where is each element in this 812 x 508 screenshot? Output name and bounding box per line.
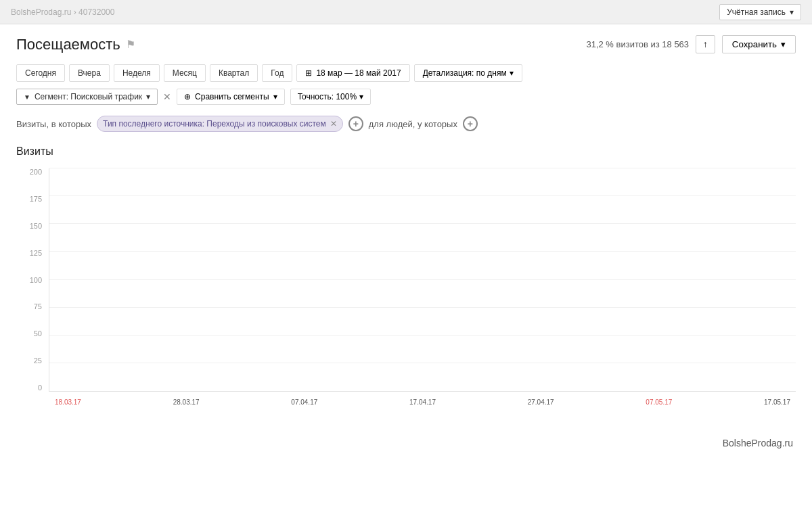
filter-tag-close[interactable]: ✕ [330, 119, 337, 129]
filter-prefix-label: Визиты, в которых [16, 119, 91, 129]
accuracy-button[interactable]: Точность: 100% ▾ [290, 89, 371, 105]
period-today[interactable]: Сегодня [16, 64, 65, 82]
save-label: Сохранить [732, 39, 777, 49]
compare-icon: ⊕ [184, 92, 191, 101]
detail-drop-icon: ▾ [510, 68, 514, 78]
filter-mid-label: для людей, у которых [369, 119, 457, 129]
x-axis-label: 18.03.17 [55, 398, 81, 406]
y-axis-label: 200 [16, 168, 46, 176]
save-button[interactable]: Сохранить ▾ [722, 35, 796, 53]
y-axis-label: 175 [16, 195, 46, 203]
y-axis-label: 50 [16, 330, 46, 338]
filter-row: Визиты, в которых Тип последнего источни… [16, 116, 796, 132]
breadcrumb-text: BolsheProdag.ru › 40732000 [11, 7, 114, 17]
add-filter-button[interactable]: + [348, 116, 363, 131]
y-axis-label: 125 [16, 250, 46, 257]
period-year[interactable]: Год [262, 64, 292, 82]
visits-summary: 31,2 % визитов из 18 563 [586, 39, 689, 49]
compare-drop-icon: ▾ [273, 92, 277, 101]
filter-tag-text: Тип последнего источника: Переходы из по… [103, 119, 326, 129]
account-button[interactable]: Учётная запись ▾ [719, 4, 801, 20]
segment-close-button[interactable]: ✕ [163, 91, 171, 102]
filter-tag[interactable]: Тип последнего источника: Переходы из по… [97, 116, 343, 132]
y-axis-label: 100 [16, 277, 46, 284]
compare-button[interactable]: ⊕ Сравнить сегменты ▾ [177, 89, 285, 105]
detail-button[interactable]: Детализация: по дням ▾ [414, 64, 522, 82]
bookmark-icon[interactable]: ⚑ [126, 38, 135, 51]
date-range-button[interactable]: ⊞ 18 мар — 18 май 2017 [296, 64, 409, 82]
x-axis-labels: 18.03.1728.03.1707.04.1717.04.1727.04.17… [49, 398, 796, 406]
segment-label: Сегмент: Поисковый трафик [35, 92, 142, 101]
x-axis-label: 17.05.17 [764, 398, 790, 406]
period-week[interactable]: Неделя [114, 64, 160, 82]
top-bar: BolsheProdag.ru › 40732000 Учётная запис… [0, 0, 812, 24]
watermark: BolsheProdag.ru [16, 438, 796, 448]
page-header: Посещаемость ⚑ 31,2 % визитов из 18 563 … [16, 35, 796, 53]
header-right: 31,2 % визитов из 18 563 ↑ Сохранить ▾ [586, 35, 796, 53]
y-axis-label: 150 [16, 223, 46, 230]
main-content: Посещаемость ⚑ 31,2 % визитов из 18 563 … [0, 24, 812, 508]
y-axis-label: 0 [16, 384, 46, 392]
export-button[interactable]: ↑ [696, 35, 715, 53]
date-toolbar: Сегодня Вчера Неделя Месяц Квартал Год ⊞… [16, 64, 796, 82]
x-axis-label: 17.04.17 [409, 398, 436, 406]
compare-label: Сравнить сегменты [195, 92, 269, 101]
period-yesterday[interactable]: Вчера [69, 64, 110, 82]
accuracy-label: Точность: 100% [298, 92, 357, 101]
x-axis-label: 28.03.17 [173, 398, 200, 406]
add-person-filter-button[interactable]: + [463, 116, 478, 131]
x-axis-label: 27.04.17 [528, 398, 554, 406]
chart-area: 18.03.1728.03.1707.04.1717.04.1727.04.17… [49, 168, 796, 392]
date-range-text: 18 мар — 18 май 2017 [316, 68, 401, 78]
y-axis-label: 75 [16, 303, 46, 310]
account-dropdown-icon: ▾ [790, 7, 794, 17]
y-axis-label: 25 [16, 357, 46, 365]
account-label: Учётная запись [727, 7, 786, 17]
y-axis: 0255075100125150175200 [16, 168, 46, 392]
x-axis-label: 07.05.17 [646, 398, 672, 406]
segment-toolbar: ▼ Сегмент: Поисковый трафик ▾ ✕ ⊕ Сравни… [16, 89, 796, 105]
detail-label: Детализация: по дням [423, 68, 507, 78]
breadcrumb: BolsheProdag.ru › 40732000 [11, 7, 114, 17]
period-quarter[interactable]: Квартал [210, 64, 258, 82]
segment-tag[interactable]: ▼ Сегмент: Поисковый трафик ▾ [16, 89, 158, 105]
period-month[interactable]: Месяц [164, 64, 206, 82]
chart-section: Визиты 0255075100125150175200 18.03.1728… [16, 145, 796, 432]
chart-container: 0255075100125150175200 18.03.1728.03.170… [16, 168, 796, 412]
accuracy-drop-icon: ▾ [359, 92, 363, 101]
page-title: Посещаемость [16, 36, 120, 53]
export-icon: ↑ [703, 39, 708, 49]
date-range-icon: ⊞ [305, 68, 312, 78]
bars-container [49, 168, 796, 391]
chart-title: Визиты [16, 145, 796, 158]
segment-filter-icon: ▼ [24, 93, 30, 101]
x-axis-label: 07.04.17 [291, 398, 317, 406]
segment-drop-icon: ▾ [146, 92, 150, 101]
save-drop-icon: ▾ [781, 39, 786, 49]
page-title-area: Посещаемость ⚑ [16, 36, 135, 53]
